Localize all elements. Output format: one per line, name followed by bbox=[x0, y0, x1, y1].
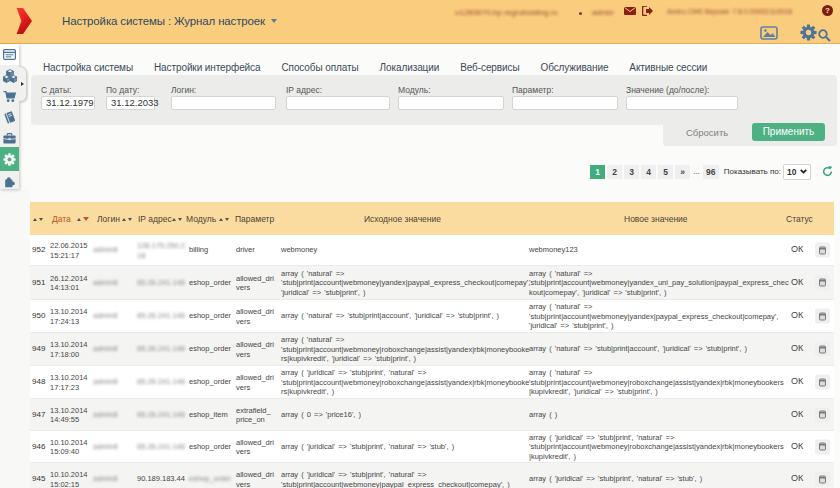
svg-text:?: ? bbox=[825, 6, 830, 15]
